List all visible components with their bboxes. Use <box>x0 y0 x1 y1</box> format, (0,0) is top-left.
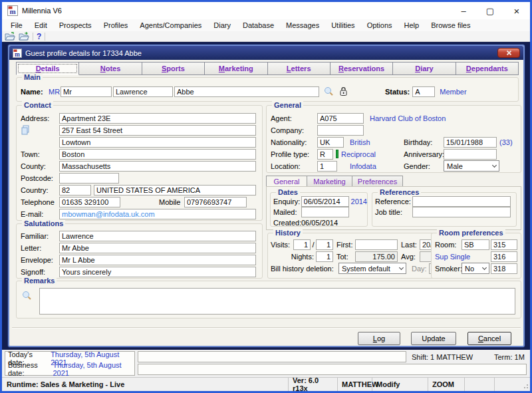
title-field[interactable] <box>61 86 112 97</box>
familiar-field[interactable] <box>59 231 256 241</box>
remarks-textarea[interactable] <box>39 288 515 315</box>
signoff-field[interactable] <box>59 267 256 277</box>
minimize-button[interactable]: – <box>450 2 477 19</box>
window-title: Millennia V6 <box>22 7 62 15</box>
button-divider <box>12 327 521 328</box>
location-name: Infodata <box>350 162 376 170</box>
maximize-button[interactable]: ▢ <box>477 2 503 19</box>
smoker-select[interactable]: No <box>462 263 489 274</box>
nationality-field[interactable] <box>317 137 344 148</box>
anniversary-field[interactable] <box>444 149 497 160</box>
menu-item-browse-files[interactable]: Browse files <box>425 21 476 29</box>
address2-field[interactable] <box>59 125 256 136</box>
menu-item-prospects[interactable]: Prospects <box>53 21 98 29</box>
menu-item-file[interactable]: File <box>5 21 29 29</box>
resize-grip[interactable] <box>522 378 530 391</box>
menu-item-help[interactable]: Help <box>398 21 426 29</box>
company-field[interactable] <box>317 125 364 136</box>
first-name-field[interactable] <box>113 86 173 97</box>
subtab-preferences[interactable]: Preferences <box>352 176 403 187</box>
cancel-button[interactable]: Cancel <box>467 332 511 345</box>
tab-sports[interactable]: Sports <box>142 62 205 75</box>
tab-letters[interactable]: Letters <box>268 62 331 75</box>
enquiry-year: 2014 <box>351 197 367 205</box>
group-main-heading: Main <box>22 73 43 81</box>
menu-item-options[interactable]: Options <box>361 21 398 29</box>
version-status: Ver: 6.0 r13x <box>288 378 337 391</box>
job-title-field[interactable] <box>412 207 511 217</box>
tab-dependants[interactable]: Dependants <box>456 62 519 75</box>
group-dates: Dates Enquiry: 2014 Mailed: <box>270 192 368 227</box>
birthday-field[interactable] <box>444 137 497 148</box>
subtab-general[interactable]: General <box>266 176 307 187</box>
nights-field[interactable] <box>316 251 333 262</box>
visits-field-2[interactable] <box>316 239 333 250</box>
dialog-close-button[interactable] <box>497 48 520 58</box>
visits-field-1[interactable] <box>293 239 311 250</box>
town-field[interactable] <box>59 149 256 160</box>
subtab-marketing[interactable]: Marketing <box>307 176 352 187</box>
room-number-field-1[interactable] <box>491 239 517 250</box>
tab-reservations[interactable]: Reservations <box>331 62 393 75</box>
address1-field[interactable] <box>59 113 256 124</box>
menu-item-database[interactable]: Database <box>237 21 280 29</box>
menu-item-messages[interactable]: Messages <box>280 21 325 29</box>
enquiry-field[interactable] <box>301 196 349 207</box>
tab-notes[interactable]: Notes <box>79 62 142 75</box>
telephone-field[interactable] <box>59 197 120 207</box>
guest-profile-dialog: m Guest profile details for 17334 Abbe D… <box>8 45 525 347</box>
created-label: Created: <box>273 219 301 227</box>
county-field[interactable] <box>59 161 256 172</box>
room-type-field[interactable] <box>462 239 489 250</box>
envelope-field[interactable] <box>59 255 256 265</box>
status-field[interactable] <box>412 86 435 97</box>
lock-icon[interactable] <box>339 86 348 96</box>
copy-icon[interactable] <box>21 125 59 135</box>
update-button[interactable]: Update <box>411 332 456 345</box>
search-icon[interactable] <box>324 86 334 96</box>
mailed-field[interactable] <box>301 207 349 217</box>
postcode-field[interactable] <box>59 173 119 184</box>
room-number-field-2[interactable] <box>491 251 517 262</box>
address3-field[interactable] <box>59 137 256 148</box>
country-name-field[interactable] <box>94 185 256 196</box>
country-code-field[interactable] <box>59 185 91 196</box>
status-text: Member <box>440 88 466 96</box>
agent-code-field[interactable] <box>317 113 364 124</box>
room-number-field-3[interactable] <box>491 263 517 274</box>
email-field[interactable] <box>59 209 256 219</box>
subtab-bar: General Marketing Preferences <box>266 176 403 187</box>
open-folder-alt-icon[interactable] <box>19 32 29 41</box>
menu-item-profiles[interactable]: Profiles <box>98 21 134 29</box>
status-label: Status: <box>385 88 410 96</box>
menu-item-edit[interactable]: Edit <box>29 21 53 29</box>
bill-history-select[interactable]: System default <box>338 263 406 274</box>
open-folder-icon[interactable] <box>5 32 15 41</box>
group-dates-heading: Dates <box>276 188 300 196</box>
location-field[interactable] <box>317 161 337 172</box>
remarks-search-icon[interactable] <box>22 291 32 301</box>
email-label: E-mail: <box>21 210 59 218</box>
group-main: Main Name: MR Status: <box>16 77 519 102</box>
menu-item-agents-companies[interactable]: Agents/Companies <box>134 21 207 29</box>
nationality-label: Nationality: <box>271 138 317 146</box>
help-icon[interactable]: ? <box>37 32 41 41</box>
postcode-label: Postcode: <box>21 174 59 182</box>
group-general-heading: General <box>272 101 303 109</box>
surname-field[interactable] <box>174 86 319 97</box>
info-box-2 <box>138 364 527 375</box>
profile-type-field[interactable] <box>317 149 333 160</box>
letter-field[interactable] <box>59 243 256 253</box>
group-contact: Contact Address: <box>16 105 263 221</box>
log-button[interactable]: Log <box>358 332 400 345</box>
menu-item-diary[interactable]: Diary <box>207 21 237 29</box>
close-button[interactable]: × <box>503 2 530 19</box>
first-label: First: <box>336 241 355 249</box>
reference-field[interactable] <box>412 196 511 207</box>
first-visit-field[interactable] <box>355 239 398 250</box>
tab-diary[interactable]: Diary <box>393 62 456 75</box>
tab-marketing[interactable]: Marketing <box>205 62 267 75</box>
mobile-field[interactable] <box>184 197 247 207</box>
menu-item-utilities[interactable]: Utilities <box>325 21 360 29</box>
gender-select[interactable]: Male <box>444 160 499 172</box>
